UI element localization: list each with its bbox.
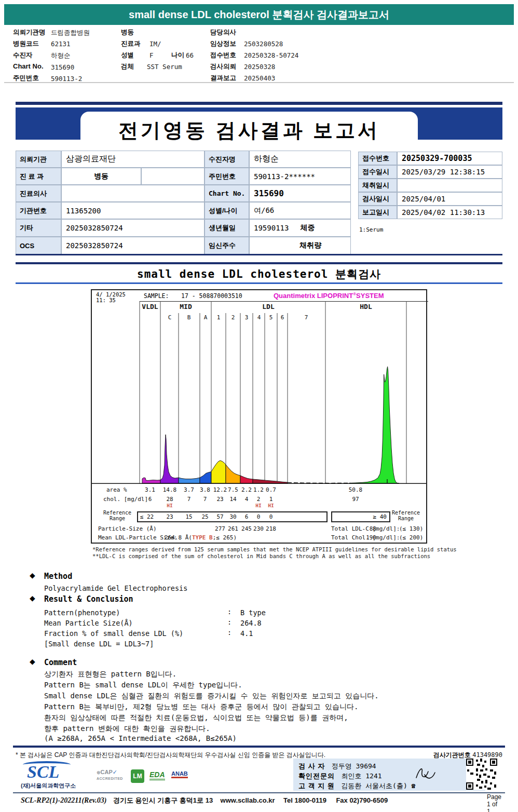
chol-value: 23 [216,496,223,503]
cell-value: 2025/04/01 [397,192,502,206]
signoff-value: 최인호 1241 [341,772,381,780]
area-value: 12.2 [213,486,227,493]
report-title: small dense LDL cholesterol 분획검사 검사결과보고서 [129,8,389,22]
electrophoresis-curve [92,301,426,484]
signoff-label: 검 사 자 [298,762,325,770]
cell-value: 여/66 [249,202,351,219]
scl-logo-subtext: (재)서울의과학연구소 [21,782,76,790]
cell-value: 11365200 [61,202,205,219]
area-value: 3.7 [184,486,194,493]
cell-label: 보고일시 [358,206,397,219]
cell-label: 성별/나이 [205,202,249,219]
sample-id: 17 - 508870003510 [181,292,242,300]
result-row-value: 264.8 [240,619,262,627]
field-label: 병원코드 [13,39,39,48]
total-ldl-ref: (≤ 130) [399,525,423,532]
footer-bottom-rule [13,792,505,793]
chol-value: 6 [148,496,152,503]
cell-label: 검사일시 [358,192,397,206]
ref-value: 57 [216,513,223,520]
cell-value: 20250329-700035 [397,152,502,165]
cell-label: 의뢰기관 [16,151,61,168]
cap-accredited-word: ACCREDITED [97,777,123,780]
anab-logo: ANAB [171,770,188,778]
colon: : [227,607,231,616]
result-row-value: B type [240,608,266,617]
row-label-area: area % [106,486,127,493]
signoff-row: 고 객 지 원 김동환 서울서초(출) ☎ [298,781,480,791]
doc-code: SCL-RP2(1)-202211(Rev.03) [21,796,107,804]
cell-label: 수진자명 [205,151,249,168]
particle-value: 218 [266,525,276,532]
cap-accredited-logo: ⊛CAP✓ ACCREDITED [97,769,123,781]
cap-check-icon: ✓ [113,769,117,775]
area-value: 0.7 [266,486,276,493]
diamond-bullet-icon: ◆ [30,571,35,579]
result-row-label: Pattern(phenotype) [44,608,120,617]
method-heading: Method [44,572,72,581]
serum-note: 1:Serum [359,226,383,233]
total-ldl-value: 88 [370,525,376,532]
comment-line: 상기환자 표현형은 pattern B입니다. [44,670,176,679]
lm-foundation-logo: LM [131,769,144,783]
scl-logo: SCL [27,762,59,782]
cell-label: Chart No. [205,185,249,202]
banner-title-box: 전기영동 검사결과 보고서 [80,112,418,149]
banner-title: 전기영동 검사결과 보고서 [118,117,380,144]
phenotype-flag: TYPE B [192,534,213,541]
particle-value: 230 [253,525,264,532]
range-word: Range [398,516,414,521]
table-bottom-rule [16,254,502,255]
signoff-label: 고 객 지 원 [298,782,335,790]
cell-label: 주민번호 [205,168,249,185]
field-value: IM/ [149,40,161,48]
page-number: Page 1 of 1 [487,793,502,812]
field-value: 20250328-50724 [244,51,298,59]
ref-value-hdl: ≥ 40 [373,513,387,520]
field-label: 의뢰기관명 [13,28,46,37]
footer-line: SCL-RP2(1)-202211(Rev.03) 경기도 용인시 기흥구 흥덕… [21,795,388,805]
total-chol-value: 190 [366,534,376,541]
field-label: 접수번호 [210,51,236,60]
lab-no-value: 41349890 [472,751,502,759]
comment-line: Small dense LDL은 심혈관 질환의 위험도를 증가시킬 수 있는 … [44,692,379,701]
total-ldl-label: Total LDL-C [mg/dl]: [331,525,400,532]
order-info-table: 의뢰기관 진 료 과 진료의사 기관번호 기타 OCS 삼광의료재단 병동 11… [16,151,502,254]
cell-value: 2025/03/29 12:38:15 [397,165,502,179]
comment-line: 향후 pattern 변화에 대한 확인을 권유합니다. [44,724,210,734]
field-value: 20250403 [244,74,275,82]
doctor-signature [414,765,437,781]
field-label: 수진자 [13,51,33,60]
field-value: 드림종합병원 [51,29,90,37]
report-header-bar: small dense LDL cholesterol 분획검사 검사결과보고서 [4,4,514,25]
result-row-label: Fraction % of small dense LDL (%) [44,629,183,638]
reference-word: Reference [103,510,131,516]
diamond-bullet-icon: ◆ [30,657,35,666]
ref-value: ≤ 22 [140,513,154,520]
chol-value: 28 [166,496,173,503]
cell-label: 접수일시 [358,165,397,179]
weight-label: 체중 [300,223,315,233]
signoff-panel: 검 사 자 정두영 39694 확인전문의 최인호 1241 고 객 지 원 김… [293,759,485,791]
footer-top-rule [13,746,505,748]
row-label-particle: Particle-Size (Å) [98,525,157,532]
field-value: F [149,51,154,59]
section-top-rule [16,262,502,264]
mean-particle-size: 264.8 Å(TYPE B;≤ 265) [165,534,237,541]
result-note: [Small dense LDL = LDL3~7] [44,640,154,648]
lab-tel: Tel 1800-0119 [283,796,326,804]
reference-word: Reference [392,510,420,516]
lab-no-label: 검사기관번호 [433,751,471,759]
signoff-value: 정두영 39694 [332,762,376,770]
field-value: 하형순 [51,51,71,60]
ref-value: 23 [166,513,173,520]
sample-label: SAMPLE: [144,292,169,300]
particle-value: 277 [215,525,225,532]
cap-certification-note: * 본 검사실은 CAP 인증과 대한진단검사의학회/진단검사의학재단의 우수검… [16,751,325,760]
hi-flag: HI [268,503,274,508]
cap-word: CAP [101,769,113,775]
cell-label: 기타 [16,219,61,237]
signoff-row: 검 사 자 정두영 39694 [298,761,480,771]
section-bottom-rule [16,282,502,284]
chol-value: 7 [187,496,191,503]
